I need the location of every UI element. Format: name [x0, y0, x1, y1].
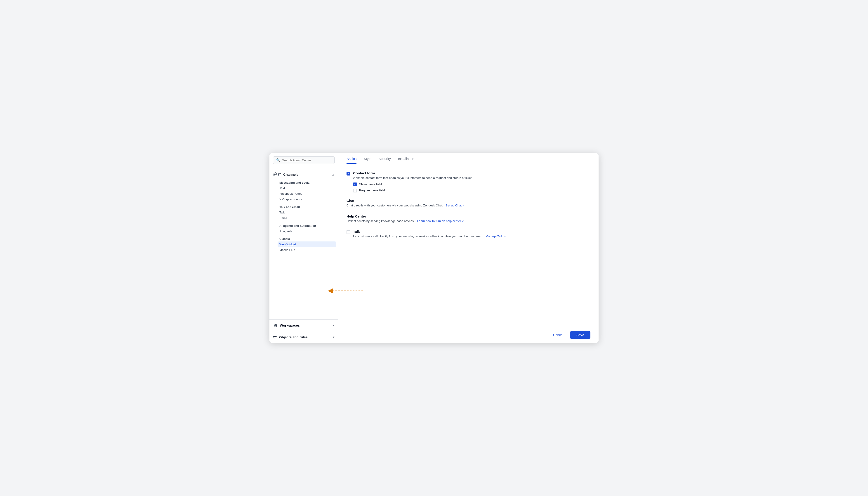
chat-desc: Chat directly with your customers via yo… [346, 203, 590, 208]
channels-chevron-icon: ▲ [332, 173, 334, 176]
talk-desc: Let customers call directly from your we… [353, 234, 506, 239]
contact-form-section: ✓ Contact form A simple contact form tha… [346, 171, 590, 192]
workspaces-chevron-icon: ▾ [333, 324, 334, 327]
talk-row: Talk Let customers call directly from yo… [346, 230, 590, 239]
channels-section: ⇄ Channels ▲ Messaging and social Text F… [269, 167, 338, 254]
channels-icon: ⇄ [273, 172, 281, 177]
footer-bar: Cancel Save [339, 327, 599, 343]
workspaces-label: Workspaces [280, 323, 300, 327]
search-bar: 🔍 [269, 153, 338, 167]
objects-rules-label: Objects and rules [279, 335, 308, 339]
contact-form-row: ✓ Contact form A simple contact form tha… [346, 171, 590, 180]
classic-group: Classic Web Widget Mobile SDK [269, 235, 338, 254]
sidebar-item-web-widget[interactable]: Web Widget [278, 242, 336, 247]
classic-label: Classic [279, 236, 338, 242]
chat-title: Chat [346, 199, 590, 203]
chat-setup-link[interactable]: Set up Chat ↗ [445, 204, 465, 207]
require-name-row: Require name field [353, 188, 590, 192]
talk-section: Talk Let customers call directly from yo… [346, 230, 590, 239]
sidebar-item-email[interactable]: Email [279, 215, 338, 221]
help-center-link-ext-icon: ↗ [462, 220, 464, 222]
messaging-social-group: Messaging and social Text Facebook Pages… [269, 179, 338, 203]
sidebar: 🔍 ⇄ Chan [269, 153, 339, 343]
sidebar-item-xcorp[interactable]: X Corp accounts [279, 197, 338, 202]
main-content: Basics Style Security Installation ✓ Con… [339, 153, 599, 343]
talk-checkbox[interactable] [346, 230, 350, 234]
channels-group-header[interactable]: ⇄ Channels ▲ [269, 170, 338, 179]
ai-label: AI agents and automation [279, 223, 338, 228]
search-input[interactable] [282, 158, 332, 162]
show-name-checkbox[interactable]: ✓ [353, 183, 357, 186]
tab-installation[interactable]: Installation [398, 157, 414, 164]
workspaces-nav-item[interactable]: 🖥 Workspaces ▾ [269, 320, 338, 331]
cancel-button[interactable]: Cancel [549, 331, 567, 339]
content-area: ✓ Contact form A simple contact form tha… [339, 164, 599, 327]
chat-link-ext-icon: ↗ [463, 204, 465, 207]
tab-security[interactable]: Security [379, 157, 391, 164]
search-wrapper[interactable]: 🔍 [273, 156, 334, 164]
sidebar-item-mobile-sdk[interactable]: Mobile SDK [279, 247, 338, 253]
save-button[interactable]: Save [570, 331, 590, 339]
objects-rules-nav-item[interactable]: ⇄ Objects and rules ▾ [269, 331, 338, 343]
contact-form-checkbox[interactable]: ✓ [346, 172, 350, 175]
sidebar-item-text[interactable]: Text [279, 185, 338, 191]
sidebar-item-talk[interactable]: Talk [279, 210, 338, 215]
sidebar-item-ai-agents[interactable]: AI agents [279, 228, 338, 234]
tabs-bar: Basics Style Security Installation [339, 153, 599, 164]
objects-rules-chevron-icon: ▾ [333, 336, 334, 339]
objects-rules-icon: ⇄ [273, 334, 277, 340]
manage-talk-link-ext-icon: ↗ [504, 235, 506, 238]
require-name-label: Require name field [359, 189, 385, 192]
tab-style[interactable]: Style [364, 157, 371, 164]
checkmark-icon: ✓ [347, 172, 349, 175]
help-center-desc: Deflect tickets by serving knowledge bas… [346, 219, 590, 223]
ai-group: AI agents and automation AI agents [269, 222, 338, 235]
talk-title: Talk [353, 230, 506, 234]
help-center-title: Help Center [346, 214, 590, 218]
sidebar-item-facebook[interactable]: Facebook Pages [279, 191, 338, 197]
help-center-section: Help Center Deflect tickets by serving k… [346, 214, 590, 223]
messaging-social-label: Messaging and social [279, 180, 338, 185]
contact-form-sub-options: ✓ Show name field Require name field [353, 182, 590, 192]
show-name-checkmark: ✓ [354, 183, 356, 186]
contact-form-desc: A simple contact form that enables your … [353, 176, 473, 180]
channels-label: Channels [283, 173, 299, 176]
require-name-checkbox[interactable] [353, 189, 357, 192]
chat-section: Chat Chat directly with your customers v… [346, 199, 590, 208]
talk-email-label: Talk and email [279, 204, 338, 210]
show-name-label: Show name field [359, 183, 382, 186]
show-name-row: ✓ Show name field [353, 182, 590, 186]
contact-form-title: Contact form [353, 171, 473, 175]
search-icon: 🔍 [276, 158, 280, 162]
workspaces-icon: 🖥 [273, 323, 278, 328]
manage-talk-link[interactable]: Manage Talk ↗ [485, 235, 506, 238]
talk-email-group: Talk and email Talk Email [269, 203, 338, 222]
tab-basics[interactable]: Basics [346, 157, 357, 164]
help-center-link[interactable]: Learn how to turn on help center ↗ [416, 219, 464, 223]
